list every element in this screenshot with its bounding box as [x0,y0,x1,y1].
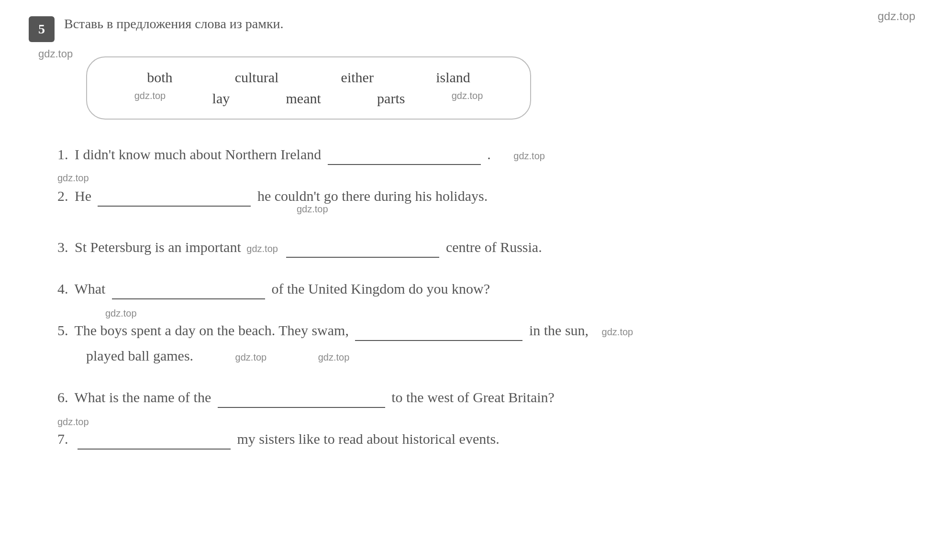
sentence-2-before: He [75,188,91,204]
sentence-4-blank [112,298,265,299]
sentence-2-blank [98,206,251,207]
sentence-1-number: 1. [57,146,68,162]
task-instruction: Вставь в предложения слова из рамки. [64,14,915,33]
sentence-3-before: St Petersburg is an important [75,239,241,255]
task-header: 5 Вставь в предложения слова из рамки. [29,14,915,42]
word-box-row-1: both cultural either island [116,69,501,86]
watermark-s5d: gdz.top [318,352,350,362]
word-box: both cultural either island gdz.top lay … [86,56,531,120]
sentence-5: gdz.top 5. The boys spent a day on the b… [57,319,915,366]
sentence-1-blank [328,164,481,165]
sentence-7-after: my sisters like to read about historical… [237,431,500,447]
watermark-s2: gdz.top [57,171,89,185]
sentence-3-blank [286,257,439,258]
sentence-2-number: 2. [57,188,68,204]
sentence-4-number: 4. [57,281,68,296]
watermark-s1: gdz.top [513,151,545,161]
watermark-s5c: gdz.top [235,352,267,362]
sentence-2-after: he couldn't go there during his holidays… [257,188,488,204]
sentence-7-blank [78,449,231,450]
sentence-2: gdz.top 2. He he couldn't go there durin… [57,185,915,216]
task-number: 5 [29,16,55,42]
sentence-1-after: . [487,146,491,162]
word-parts: parts [367,90,414,107]
sentence-6: 6. What is the name of the to the west o… [57,386,915,408]
sentence-7: gdz.top 7. my sisters like to read about… [57,428,915,450]
sentence-3-after: centre of Russia. [446,239,542,255]
sentence-1-before: I didn't know much about Northern Irelan… [75,146,321,162]
word-lay: lay [203,90,240,107]
sentence-6-after: to the west of Great Britain? [391,389,555,405]
sentence-5-number: 5. [57,322,68,338]
sentence-3-number: 3. [57,239,68,255]
sentence-7-number: 7. [57,431,68,447]
watermark-inside-box: gdz.top [134,90,166,107]
watermark-s7: gdz.top [57,415,89,429]
sentence-5-blank [355,340,522,341]
sentence-6-number: 6. [57,389,68,405]
watermark-1: gdz.top [38,48,73,60]
word-island: island [426,69,480,86]
watermark-top-right: gdz.top [877,10,915,23]
sentences-section: 1. I didn't know much about Northern Ire… [57,143,915,450]
word-cultural: cultural [225,69,289,86]
word-box-container: both cultural either island gdz.top lay … [86,56,915,120]
sentence-1: 1. I didn't know much about Northern Ire… [57,143,915,165]
watermark-inside-box-2: gdz.top [452,90,483,107]
sentence-5-before: The boys spent a day on the beach. They … [74,322,348,338]
sentence-4-after: of the United Kingdom do you know? [271,281,490,296]
watermark-s5: gdz.top [105,306,137,320]
word-both: both [137,69,182,86]
sentence-4: 4. What of the United Kingdom do you kno… [57,278,915,299]
sentence-4-before: What [74,281,105,296]
word-meant: meant [277,90,331,107]
sentence-5-after: in the sun, [529,322,589,338]
sentence-6-before: What is the name of the [74,389,211,405]
word-either: either [332,69,383,86]
sentence-5-continuation: played ball games. gdz.top gdz.top [86,345,349,366]
watermark-s2b: gdz.top [297,202,915,216]
sentence-3: 3. St Petersburg is an important gdz.top… [57,236,915,258]
watermark-s5b: gdz.top [602,327,633,337]
word-box-row-2: gdz.top lay meant parts gdz.top [116,90,501,107]
sentence-6-blank [218,407,385,408]
